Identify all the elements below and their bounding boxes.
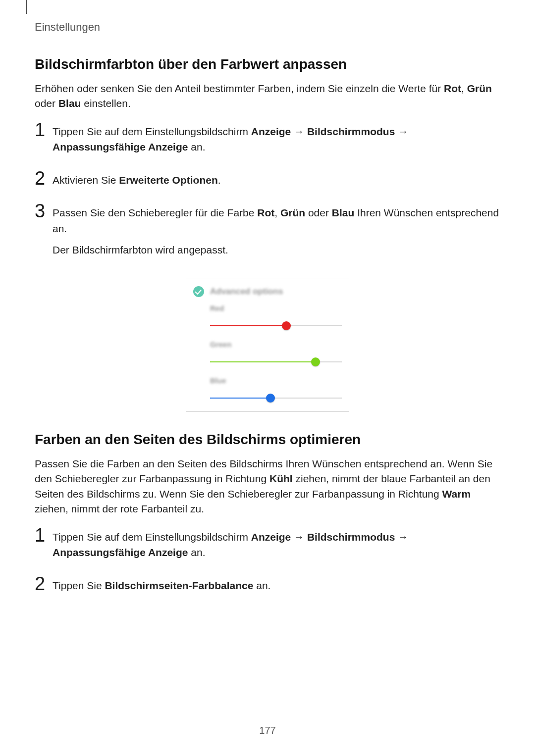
text: Tippen Sie	[53, 580, 105, 591]
section1-intro: Erhöhen oder senken Sie den Anteil besti…	[35, 81, 500, 111]
text-bold: Anpassungsfähige Anzeige	[53, 547, 188, 558]
text: oder	[35, 98, 58, 109]
text-bold: Anpassungsfähige Anzeige	[53, 141, 188, 152]
text: ziehen, nimmt der rote Farbanteil zu.	[35, 503, 204, 514]
slider-label: Blue	[210, 376, 342, 385]
illustration-wrap: Advanced options Red Green	[35, 279, 500, 412]
text-bold: Grün	[467, 83, 492, 94]
check-circle-icon	[193, 286, 204, 297]
slider-thumb	[282, 321, 291, 330]
slider-track-fill	[210, 325, 286, 326]
step-item: 2 Tippen Sie Bildschirmseiten-Farbbalanc…	[35, 577, 500, 600]
text: oder	[305, 207, 332, 218]
step-number: 2	[35, 574, 53, 593]
step-body: Tippen Sie Bildschirmseiten-Farbbalance …	[53, 577, 270, 600]
text-bold: Rot	[444, 83, 461, 94]
text: Der Bildschirmfarbton wird angepasst.	[53, 244, 228, 255]
section2-steps: 1 Tippen Sie auf dem Einstellungsbildsch…	[35, 529, 500, 600]
text: an.	[188, 141, 205, 152]
page-number: 177	[0, 725, 535, 736]
section1-steps: 1 Tippen Sie auf dem Einstellungsbildsch…	[35, 123, 500, 264]
text-bold: Bildschirmseiten-Farbbalance	[105, 580, 253, 591]
slider-track-fill	[210, 361, 316, 362]
text-bold: Bildschirmmodus	[307, 126, 395, 137]
text-bold: Bildschirmmodus	[307, 531, 395, 543]
slider-group-blue: Blue	[193, 376, 342, 403]
text: →	[291, 126, 307, 137]
step-number: 3	[35, 202, 53, 220]
page: Einstellungen Bildschirmfarbton über den…	[0, 0, 535, 756]
text: Erhöhen oder senken Sie den Anteil besti…	[35, 83, 444, 94]
text: →	[395, 531, 408, 543]
step-number: 1	[35, 120, 53, 139]
step-item: 1 Tippen Sie auf dem Einstellungsbildsch…	[35, 123, 500, 161]
text-bold: Erweiterte Optionen	[119, 174, 218, 186]
slider-track	[210, 356, 342, 367]
text: Tippen Sie auf dem Einstellungsbildschir…	[53, 531, 251, 543]
step-item: 2 Aktivieren Sie Erweiterte Optionen.	[35, 172, 500, 194]
text: Tippen Sie auf dem Einstellungsbildschir…	[53, 126, 251, 137]
step-item: 3 Passen Sie den Schieberegler für die F…	[35, 204, 500, 264]
text: an.	[188, 547, 205, 558]
step-number: 1	[35, 526, 53, 545]
slider-thumb	[266, 394, 275, 403]
section2-intro: Passen Sie die Farben an den Seiten des …	[35, 456, 500, 517]
illustration-card: Advanced options Red Green	[186, 279, 349, 412]
text-bold: Blau	[58, 98, 81, 109]
text-bold: Blau	[332, 207, 355, 218]
text: ,	[274, 207, 280, 218]
section-heading-edge-colors: Farben an den Seiten des Bildschirms opt…	[35, 432, 500, 448]
section-heading-color-value: Bildschirmfarbton über den Farbwert anpa…	[35, 56, 500, 72]
step-body: Tippen Sie auf dem Einstellungsbildschir…	[53, 123, 500, 161]
page-tab-mark	[26, 0, 27, 14]
slider-track	[210, 320, 342, 331]
text: .	[218, 174, 221, 186]
text-bold: Anzeige	[251, 531, 291, 543]
text: →	[395, 126, 408, 137]
step-body: Passen Sie den Schieberegler für die Far…	[53, 204, 500, 264]
text: an.	[253, 580, 270, 591]
step-number: 2	[35, 169, 53, 188]
slider-label: Red	[210, 304, 342, 312]
illustration-header: Advanced options	[193, 286, 342, 297]
slider-label: Green	[210, 340, 342, 349]
text-bold: Rot	[257, 207, 274, 218]
text-bold: Warm	[442, 488, 471, 500]
text-bold: Kühl	[269, 473, 293, 484]
step-item: 1 Tippen Sie auf dem Einstellungsbildsch…	[35, 529, 500, 566]
text-bold: Grün	[280, 207, 305, 218]
slider-group-red: Red	[193, 304, 342, 331]
text: Passen Sie den Schieberegler für die Far…	[53, 207, 257, 218]
step-body: Tippen Sie auf dem Einstellungsbildschir…	[53, 529, 500, 566]
breadcrumb: Einstellungen	[35, 21, 500, 34]
text: →	[291, 531, 307, 543]
text: Aktivieren Sie	[53, 174, 119, 186]
step-body: Aktivieren Sie Erweiterte Optionen.	[53, 172, 221, 194]
illustration-title: Advanced options	[210, 287, 283, 297]
slider-track	[210, 393, 342, 403]
slider-track-fill	[210, 398, 270, 399]
text: einstellen.	[81, 98, 130, 109]
slider-group-green: Green	[193, 340, 342, 367]
text: ,	[461, 83, 467, 94]
slider-thumb	[311, 357, 320, 366]
text-bold: Anzeige	[251, 126, 291, 137]
